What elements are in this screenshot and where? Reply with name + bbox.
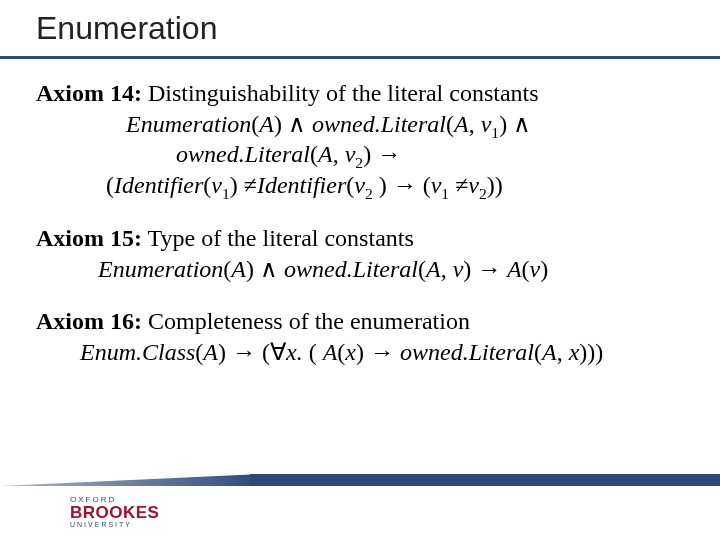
t: A (323, 339, 338, 365)
sub: 1 (222, 185, 230, 202)
axiom-16-block: Axiom 16: Completeness of the enumeratio… (36, 306, 686, 367)
implies-symbol: → (477, 256, 501, 282)
slide: Enumeration Axiom 14: Distinguishability… (0, 0, 720, 540)
t: ) (540, 256, 548, 282)
t: ( (522, 256, 530, 282)
t: A (231, 256, 246, 282)
t: , (557, 339, 569, 365)
t: ) (218, 339, 232, 365)
t: A (203, 339, 218, 365)
axiom-16-label: Axiom 16: (36, 308, 142, 334)
t: ) (363, 141, 377, 167)
sub: 1 (491, 124, 499, 141)
footer-decoration-right (250, 474, 720, 486)
t: v (211, 172, 222, 198)
t: ( (446, 111, 454, 137)
neq-symbol: ≠ (244, 172, 257, 198)
t: )) (487, 172, 503, 198)
t: v (481, 111, 492, 137)
logo-brookes: BROOKES (70, 504, 159, 521)
axiom-15-line1: Enumeration(A) ∧ owned.Literal(A, v) → A… (98, 254, 686, 285)
implies-symbol: → (232, 339, 256, 365)
t: owned.Literal (278, 256, 418, 282)
t: v (345, 141, 356, 167)
t: x (345, 339, 356, 365)
t: , (469, 111, 481, 137)
logo-university: UNIVERSITY (70, 521, 159, 528)
forall-symbol: ∀ (270, 339, 286, 365)
axiom-14-label: Axiom 14: (36, 80, 142, 106)
t: Enumeration (126, 111, 251, 137)
implies-symbol: → (377, 141, 401, 167)
axiom-16-desc: Completeness of the enumeration (142, 308, 470, 334)
t: ) (373, 172, 393, 198)
axiom-14-desc: Distinguishability of the literal consta… (142, 80, 539, 106)
t: owned.Literal (176, 141, 310, 167)
axiom-15-desc: Type of the literal constants (142, 225, 414, 251)
t: ( (310, 141, 318, 167)
axiom-14-heading: Axiom 14: Distinguishability of the lite… (36, 78, 686, 109)
oxford-brookes-logo: OXFORD BROOKES UNIVERSITY (70, 496, 159, 528)
t: owned.Literal (394, 339, 534, 365)
t: , (333, 141, 345, 167)
t: A (542, 339, 557, 365)
t: ) (463, 256, 477, 282)
axiom-14-line3: (Identifier(v1) ≠Identifier(v2 ) → (v1 ≠… (106, 170, 686, 201)
axiom-16-heading: Axiom 16: Completeness of the enumeratio… (36, 306, 686, 337)
t: A (501, 256, 521, 282)
t: A (318, 141, 333, 167)
t: ( (417, 172, 431, 198)
footer-decoration-left (0, 474, 260, 486)
content-area: Axiom 14: Distinguishability of the lite… (36, 78, 686, 390)
t: x (569, 339, 580, 365)
and-symbol: ∧ (288, 111, 306, 137)
t: v (431, 172, 442, 198)
and-symbol: ∧ (260, 256, 278, 282)
t: v (453, 256, 464, 282)
t: , (441, 256, 453, 282)
t: ( (106, 172, 114, 198)
axiom-16-line1: Enum.Class(A) → (∀x. ( A(x) → owned.Lite… (80, 337, 686, 368)
axiom-15-heading: Axiom 15: Type of the literal constants (36, 223, 686, 254)
t: ) (356, 339, 370, 365)
t: ( (309, 339, 323, 365)
t: ) (274, 111, 288, 137)
t: owned.Literal (306, 111, 446, 137)
t: ( (534, 339, 542, 365)
sub: 1 (441, 185, 449, 202)
t: ( (256, 339, 270, 365)
sub: 2 (355, 154, 363, 171)
axiom-14-line1: Enumeration(A) ∧ owned.Literal(A, v1) ∧ (126, 109, 686, 140)
t: ) (246, 256, 260, 282)
axiom-15-block: Axiom 15: Type of the literal constants … (36, 223, 686, 284)
t: v (530, 256, 541, 282)
t: A (259, 111, 274, 137)
and-symbol: ∧ (513, 111, 531, 137)
sub: 2 (479, 185, 487, 202)
t: v (468, 172, 479, 198)
t: ( (418, 256, 426, 282)
neq-symbol: ≠ (455, 172, 468, 198)
t: Enum.Class (80, 339, 195, 365)
t: ) (230, 172, 244, 198)
implies-symbol: → (370, 339, 394, 365)
t: ) (499, 111, 513, 137)
t: A (454, 111, 469, 137)
t: A (426, 256, 441, 282)
implies-symbol: → (393, 172, 417, 198)
t: Identifier (257, 172, 346, 198)
sub: 2 (365, 185, 373, 202)
t: x. (286, 339, 309, 365)
axiom-14-line2: owned.Literal(A, v2) → (176, 139, 686, 170)
title-underline (0, 56, 720, 59)
axiom-14-block: Axiom 14: Distinguishability of the lite… (36, 78, 686, 201)
t: Enumeration (98, 256, 223, 282)
t: v (354, 172, 365, 198)
slide-title: Enumeration (36, 10, 217, 47)
t: Identifier (114, 172, 203, 198)
t: ))) (579, 339, 603, 365)
axiom-15-label: Axiom 15: (36, 225, 142, 251)
